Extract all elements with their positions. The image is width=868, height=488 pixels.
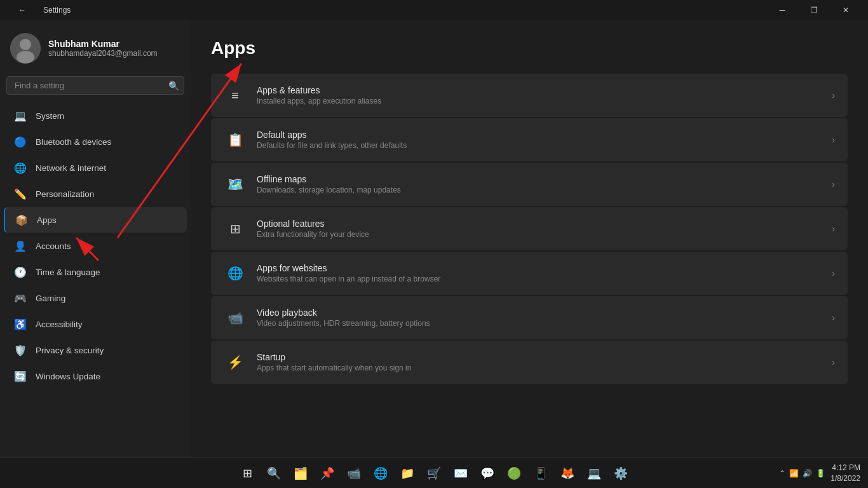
- taskbar-right: ⌃ 📶 🔊 🔋 4:12 PM 1/8/2022: [779, 463, 860, 484]
- taskbar: ⊞🔍🗂️📌📹🌐📁🛒✉️💬🟢📱🦊💻⚙️ ⌃ 📶 🔊 🔋 4:12 PM 1/8/2…: [0, 458, 868, 488]
- system-nav-icon: 💻: [14, 109, 27, 122]
- video-playback-chevron-icon: ›: [832, 313, 835, 323]
- sidebar-item-gaming[interactable]: 🎮Gaming: [4, 285, 187, 311]
- startup-desc: Apps that start automatically when you s…: [257, 363, 822, 372]
- taskbar-edge-icon[interactable]: 🌐: [369, 462, 392, 485]
- search-input[interactable]: [6, 76, 184, 95]
- startup-chevron-icon: ›: [832, 357, 835, 367]
- app-container: Shubham Kumar shubhamdayal2043@gmail.com…: [0, 20, 868, 458]
- privacy-nav-icon: 🛡️: [14, 344, 27, 356]
- maximize-button[interactable]: ❐: [799, 0, 829, 20]
- apps-websites-text: Apps for websitesWebsites that can open …: [257, 263, 822, 283]
- optional-features-icon: ⊞: [224, 217, 247, 240]
- taskbar-start-icon[interactable]: ⊞: [236, 462, 259, 485]
- accessibility-nav-icon: ♿: [14, 318, 27, 330]
- offline-maps-chevron-icon: ›: [832, 179, 835, 189]
- taskbar-phone-icon[interactable]: 📱: [529, 462, 552, 485]
- sidebar-item-bluetooth[interactable]: 🔵Bluetooth & devices: [4, 129, 187, 154]
- default-apps-icon: 📋: [224, 128, 247, 151]
- taskbar-files-icon[interactable]: 📁: [396, 462, 419, 485]
- sidebar-item-privacy-label: Privacy & security: [36, 346, 104, 355]
- clock-date: 1/8/2022: [831, 473, 860, 484]
- apps-websites-desc: Websites that can open in an app instead…: [257, 274, 822, 283]
- search-icon[interactable]: 🔍: [168, 81, 179, 91]
- default-apps-title: Default apps: [257, 130, 822, 140]
- settings-item-apps-websites[interactable]: 🌐Apps for websitesWebsites that can open…: [211, 252, 848, 295]
- sidebar: Shubham Kumar shubhamdayal2043@gmail.com…: [0, 20, 191, 458]
- search-box: 🔍: [6, 76, 184, 95]
- personalization-nav-icon: ✏️: [14, 187, 27, 200]
- taskbar-search-icon[interactable]: 🔍: [262, 462, 285, 485]
- taskbar-settings-icon[interactable]: ⚙️: [609, 462, 632, 485]
- sidebar-item-time-label: Time & language: [36, 268, 100, 277]
- taskbar-terminal-icon[interactable]: 💻: [583, 462, 606, 485]
- optional-features-desc: Extra functionality for your device: [257, 230, 822, 239]
- settings-item-video-playback[interactable]: 📹Video playbackVideo adjustments, HDR st…: [211, 296, 848, 339]
- apps-features-text: Apps & featuresInstalled apps, app execu…: [257, 85, 822, 105]
- video-playback-text: Video playbackVideo adjustments, HDR str…: [257, 308, 822, 328]
- avatar: [10, 33, 41, 64]
- update-nav-icon: 🔄: [14, 370, 27, 383]
- battery-icon: 🔋: [816, 469, 825, 478]
- apps-features-icon: ≡: [224, 84, 247, 107]
- content-area: Apps ≡Apps & featuresInstalled apps, app…: [191, 20, 868, 458]
- settings-item-offline-maps[interactable]: 🗺️Offline mapsDownloads, storage locatio…: [211, 163, 848, 206]
- sidebar-item-system[interactable]: 💻System: [4, 103, 187, 128]
- back-button[interactable]: ←: [8, 0, 37, 20]
- apps-websites-chevron-icon: ›: [832, 268, 835, 278]
- page-title: Apps: [211, 38, 848, 58]
- titlebar: ← Settings ─ ❐ ✕: [0, 0, 868, 20]
- user-email: shubhamdayal2043@gmail.com: [48, 49, 158, 58]
- sidebar-item-update[interactable]: 🔄Windows Update: [4, 363, 187, 389]
- sidebar-item-network[interactable]: 🌐Network & internet: [4, 155, 187, 180]
- sidebar-item-network-label: Network & internet: [36, 163, 106, 173]
- accounts-nav-icon: 👤: [14, 240, 27, 252]
- default-apps-desc: Defaults for file and link types, other …: [257, 141, 822, 150]
- offline-maps-title: Offline maps: [257, 174, 822, 184]
- video-playback-title: Video playback: [257, 308, 822, 318]
- startup-icon: ⚡: [224, 351, 247, 374]
- taskbar-chrome-icon[interactable]: 🦊: [556, 462, 579, 485]
- sidebar-item-accessibility[interactable]: ♿Accessibility: [4, 311, 187, 337]
- taskbar-widgets-icon[interactable]: 📌: [316, 462, 339, 485]
- settings-item-apps-features[interactable]: ≡Apps & featuresInstalled apps, app exec…: [211, 74, 848, 117]
- optional-features-title: Optional features: [257, 219, 822, 229]
- settings-item-optional-features[interactable]: ⊞Optional featuresExtra functionality fo…: [211, 207, 848, 250]
- taskbar-mail-icon[interactable]: ✉️: [449, 462, 472, 485]
- taskbar-skype-icon[interactable]: 🟢: [503, 462, 526, 485]
- offline-maps-text: Offline mapsDownloads, storage location,…: [257, 174, 822, 194]
- tray-up-arrow[interactable]: ⌃: [779, 469, 785, 478]
- sidebar-item-bluetooth-label: Bluetooth & devices: [36, 137, 111, 147]
- default-apps-text: Default appsDefaults for file and link t…: [257, 130, 822, 150]
- bluetooth-nav-icon: 🔵: [14, 135, 27, 148]
- settings-item-default-apps[interactable]: 📋Default appsDefaults for file and link …: [211, 118, 848, 161]
- apps-features-chevron-icon: ›: [832, 90, 835, 100]
- optional-features-text: Optional featuresExtra functionality for…: [257, 219, 822, 239]
- system-tray: ⌃ 📶 🔊 🔋: [779, 469, 825, 478]
- time-nav-icon: 🕐: [14, 266, 27, 278]
- sidebar-item-accessibility-label: Accessibility: [36, 320, 83, 329]
- sidebar-item-apps-label: Apps: [37, 215, 57, 225]
- apps-websites-icon: 🌐: [224, 262, 247, 285]
- taskbar-center: ⊞🔍🗂️📌📹🌐📁🛒✉️💬🟢📱🦊💻⚙️: [236, 462, 632, 485]
- sidebar-item-privacy[interactable]: 🛡️Privacy & security: [4, 337, 187, 363]
- settings-item-startup[interactable]: ⚡StartupApps that start automatically wh…: [211, 341, 848, 384]
- titlebar-left: ← Settings: [8, 0, 71, 20]
- minimize-button[interactable]: ─: [768, 0, 797, 20]
- taskbar-store-icon[interactable]: 🛒: [423, 462, 445, 485]
- sidebar-item-personalization-label: Personalization: [36, 189, 94, 199]
- titlebar-title: Settings: [43, 6, 71, 15]
- sidebar-item-apps[interactable]: 📦Apps: [4, 207, 187, 233]
- sidebar-item-accounts[interactable]: 👤Accounts: [4, 233, 187, 259]
- clock[interactable]: 4:12 PM 1/8/2022: [831, 463, 860, 484]
- taskbar-taskview-icon[interactable]: 🗂️: [289, 462, 312, 485]
- wifi-icon: 📶: [789, 469, 799, 478]
- user-profile[interactable]: Shubham Kumar shubhamdayal2043@gmail.com: [0, 25, 191, 76]
- video-playback-icon: 📹: [224, 306, 247, 329]
- taskbar-teams-icon[interactable]: 📹: [342, 462, 365, 485]
- user-name: Shubham Kumar: [48, 39, 158, 49]
- sidebar-item-time[interactable]: 🕐Time & language: [4, 259, 187, 285]
- sidebar-item-personalization[interactable]: ✏️Personalization: [4, 181, 187, 207]
- close-button[interactable]: ✕: [831, 0, 860, 20]
- taskbar-chat-icon[interactable]: 💬: [476, 462, 499, 485]
